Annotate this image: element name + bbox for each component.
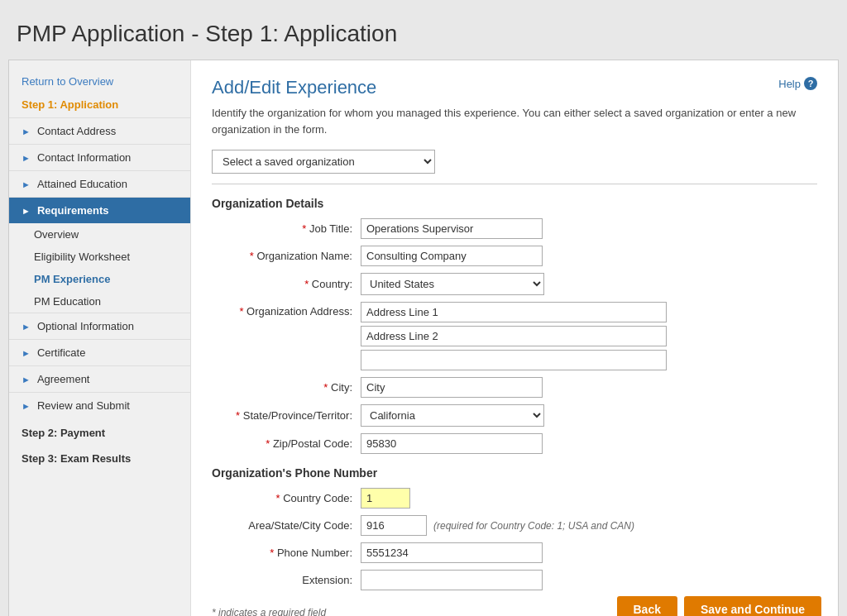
required-star: *	[250, 250, 257, 262]
chevron-icon: ►	[22, 322, 31, 332]
sidebar-item-label: Attained Education	[37, 178, 127, 190]
city-row: * City:	[212, 377, 817, 398]
phone-input[interactable]	[361, 542, 543, 563]
state-row: * State/Province/Territor: California	[212, 404, 817, 427]
sidebar-subitem-pm-education[interactable]: PM Education	[9, 290, 190, 313]
country-select[interactable]: United States	[361, 273, 544, 295]
sidebar-subitem-pm-experience[interactable]: PM Experience	[9, 268, 190, 290]
job-title-row: * Job Title:	[212, 218, 817, 239]
help-icon: ?	[804, 77, 817, 90]
extension-input[interactable]	[361, 570, 543, 590]
address-line2-input[interactable]	[361, 326, 667, 346]
step1-label: Step 1: Application	[9, 94, 190, 117]
required-star: *	[266, 437, 273, 450]
required-star: *	[270, 547, 277, 559]
country-row: * Country: United States	[212, 273, 817, 295]
area-code-row: Area/State/City Code: (required for Coun…	[212, 515, 817, 536]
extension-row: Extension:	[212, 570, 817, 590]
footer-buttons: Back Save and Continue	[617, 596, 822, 616]
saved-org-select[interactable]: Select a saved organization	[212, 150, 435, 174]
address-block	[361, 302, 667, 370]
sidebar-item-label: Agreement	[37, 373, 90, 385]
sidebar-item-label: Review and Submit	[37, 399, 130, 412]
zip-row: * Zip/Postal Code:	[212, 433, 817, 454]
state-label: * State/Province/Territor:	[212, 409, 361, 422]
content-header: Add/Edit Experience Help ?	[212, 77, 817, 98]
org-name-row: * Organization Name:	[212, 246, 817, 266]
sidebar-item-contact-address[interactable]: ► Contact Address	[9, 117, 190, 144]
sidebar-subitem-overview[interactable]: Overview	[9, 223, 190, 246]
sidebar-item-label: Optional Information	[37, 320, 134, 332]
sidebar-item-certificate[interactable]: ► Certificate	[9, 339, 190, 365]
phone-label: * Phone Number:	[212, 547, 361, 559]
help-link[interactable]: Help ?	[778, 77, 817, 90]
extension-label: Extension:	[212, 574, 361, 586]
help-label: Help	[778, 78, 801, 90]
main-container: Return to Overview Step 1: Application ►…	[8, 60, 839, 616]
section-divider	[212, 184, 817, 184]
sidebar-item-label: Certificate	[37, 346, 86, 359]
chevron-icon: ►	[22, 179, 31, 189]
sidebar: Return to Overview Step 1: Application ►…	[9, 60, 191, 616]
step2-label[interactable]: Step 2: Payment	[9, 422, 190, 444]
required-star: *	[239, 305, 246, 318]
sidebar-item-contact-information[interactable]: ► Contact Information	[9, 144, 190, 170]
sidebar-item-agreement[interactable]: ► Agreement	[9, 365, 190, 392]
area-code-input[interactable]	[361, 515, 427, 536]
org-address-label: * Organization Address:	[212, 302, 361, 318]
country-code-input[interactable]	[361, 488, 410, 509]
content-description: Identify the organization for whom you m…	[212, 105, 817, 137]
chevron-icon: ►	[22, 348, 31, 358]
org-address-row: * Organization Address:	[212, 302, 817, 370]
address-line1-input[interactable]	[361, 302, 667, 322]
chevron-icon: ►	[22, 153, 31, 163]
sidebar-item-optional-information[interactable]: ► Optional Information	[9, 313, 190, 339]
sidebar-item-requirements[interactable]: ► Requirements	[9, 197, 190, 223]
city-label: * City:	[212, 381, 361, 394]
sidebar-item-attained-education[interactable]: ► Attained Education	[9, 170, 190, 197]
return-to-overview-link[interactable]: Return to Overview	[9, 69, 190, 94]
country-code-row: * Country Code:	[212, 488, 817, 509]
content-area: Add/Edit Experience Help ? Identify the …	[191, 60, 838, 616]
page-wrapper: PMP Application - Step 1: Application Re…	[0, 0, 847, 616]
chevron-icon: ►	[22, 127, 31, 136]
required-star: *	[304, 278, 312, 290]
phone-section-title: Organization's Phone Number	[212, 466, 817, 480]
org-details-title: Organization Details	[212, 197, 817, 210]
country-code-label: * Country Code:	[212, 492, 361, 504]
step3-label[interactable]: Step 3: Exam Results	[9, 447, 190, 470]
sidebar-item-review-submit[interactable]: ► Review and Submit	[9, 392, 190, 418]
required-star: *	[236, 409, 243, 422]
page-title: PMP Application - Step 1: Application	[8, 8, 839, 60]
area-code-label: Area/State/City Code:	[212, 519, 361, 532]
job-title-input[interactable]	[361, 218, 543, 239]
sidebar-item-label: Contact Address	[37, 125, 116, 137]
state-select[interactable]: California	[361, 404, 544, 427]
org-name-input[interactable]	[361, 246, 543, 266]
chevron-icon: ►	[22, 401, 31, 411]
content-title: Add/Edit Experience	[212, 77, 376, 98]
job-title-label: * Job Title:	[212, 222, 361, 235]
zip-label: * Zip/Postal Code:	[212, 437, 361, 450]
zip-input[interactable]	[361, 433, 543, 454]
phone-row: * Phone Number:	[212, 542, 817, 563]
chevron-icon: ►	[22, 206, 31, 216]
address-line3-input[interactable]	[361, 350, 667, 370]
sidebar-item-label: Contact Information	[37, 151, 131, 164]
sidebar-item-label: Requirements	[37, 204, 109, 217]
chevron-icon: ►	[22, 375, 31, 384]
save-continue-button[interactable]: Save and Continue	[684, 596, 821, 616]
required-star: *	[302, 222, 309, 235]
city-input[interactable]	[361, 377, 543, 398]
back-button[interactable]: Back	[617, 596, 677, 616]
required-star: *	[276, 492, 284, 504]
country-label: * Country:	[212, 278, 361, 290]
sidebar-subitem-eligibility-worksheet[interactable]: Eligibility Worksheet	[9, 246, 190, 268]
required-star: *	[323, 381, 331, 394]
area-code-note: (required for Country Code: 1; USA and C…	[433, 520, 634, 532]
org-name-label: * Organization Name:	[212, 250, 361, 262]
